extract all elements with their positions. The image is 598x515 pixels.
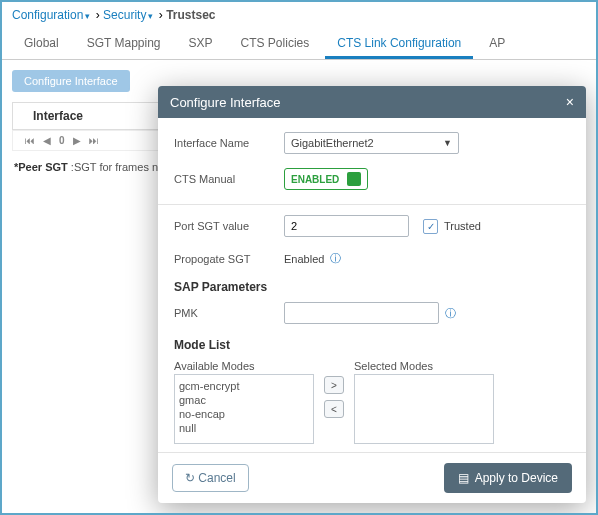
pager-page: 0 (59, 135, 65, 146)
trusted-label: Trusted (444, 220, 481, 232)
cts-manual-value: ENABLED (291, 174, 339, 185)
tab-ap[interactable]: AP (477, 30, 517, 59)
mode-list-heading: Mode List (174, 338, 570, 352)
move-left-button[interactable]: < (324, 400, 344, 418)
undo-icon: ↻ (185, 471, 195, 485)
crumb-sep: › (159, 8, 163, 22)
pager-prev-icon[interactable]: ◀ (43, 135, 51, 146)
modal-header: Configure Interface × (158, 86, 586, 118)
configure-interface-button[interactable]: Configure Interface (12, 70, 130, 92)
available-modes-label: Available Modes (174, 360, 314, 372)
cancel-label: Cancel (198, 471, 235, 485)
crumb-sep: › (96, 8, 100, 22)
tab-sgt-mapping[interactable]: SGT Mapping (75, 30, 173, 59)
divider (158, 204, 586, 205)
crumb-current: Trustsec (166, 8, 215, 22)
move-right-button[interactable]: > (324, 376, 344, 394)
selected-modes-list[interactable] (354, 374, 494, 444)
modal-title: Configure Interface (170, 95, 281, 110)
trusted-checkbox[interactable]: ✓ (423, 219, 438, 234)
propagate-sgt-label: Propogate SGT (174, 253, 284, 265)
sap-parameters-heading: SAP Parameters (174, 280, 570, 294)
close-icon[interactable]: × (566, 94, 574, 110)
footnote-text: :SGT for frames not (68, 161, 167, 173)
apply-label: Apply to Device (475, 471, 558, 485)
cancel-button[interactable]: ↻ Cancel (172, 464, 249, 492)
interface-name-select[interactable]: GigabitEthernet2 ▼ (284, 132, 459, 154)
port-sgt-input[interactable] (284, 215, 409, 237)
crumb-configuration[interactable]: Configuration (12, 8, 83, 22)
selected-modes-label: Selected Modes (354, 360, 494, 372)
list-item[interactable]: null (179, 421, 309, 435)
list-item[interactable]: no-encap (179, 407, 309, 421)
tab-cts-policies[interactable]: CTS Policies (229, 30, 322, 59)
tab-bar: Global SGT Mapping SXP CTS Policies CTS … (2, 26, 596, 60)
list-item[interactable]: gcm-encrypt (179, 379, 309, 393)
list-item[interactable]: gmac (179, 393, 309, 407)
configure-interface-modal: Configure Interface × Interface Name Gig… (158, 86, 586, 503)
info-icon[interactable]: ⓘ (330, 251, 341, 266)
chevron-down-icon: ▼ (443, 138, 452, 148)
tab-cts-link-config[interactable]: CTS Link Configuration (325, 30, 473, 59)
apply-to-device-button[interactable]: ▤ Apply to Device (444, 463, 572, 493)
footnote-label: *Peer SGT (14, 161, 68, 173)
crumb-security[interactable]: Security (103, 8, 146, 22)
cts-manual-label: CTS Manual (174, 173, 284, 185)
tab-sxp[interactable]: SXP (177, 30, 225, 59)
device-icon: ▤ (458, 471, 469, 485)
breadcrumb: Configuration▾ › Security▾ › Trustsec (2, 2, 596, 26)
toggle-switch-icon (347, 172, 361, 186)
propagate-sgt-value: Enabled (284, 253, 324, 265)
pmk-label: PMK (174, 307, 284, 319)
info-icon[interactable]: ⓘ (445, 306, 456, 321)
tab-global[interactable]: Global (12, 30, 71, 59)
interface-name-label: Interface Name (174, 137, 284, 149)
port-sgt-label: Port SGT value (174, 220, 284, 232)
pager-first-icon[interactable]: ⏮ (25, 135, 35, 146)
cts-manual-toggle[interactable]: ENABLED (284, 168, 368, 190)
pager-last-icon[interactable]: ⏭ (89, 135, 99, 146)
pmk-input[interactable] (284, 302, 439, 324)
interface-name-value: GigabitEthernet2 (291, 137, 374, 149)
pager-next-icon[interactable]: ▶ (73, 135, 81, 146)
available-modes-list[interactable]: gcm-encrypt gmac no-encap null (174, 374, 314, 444)
